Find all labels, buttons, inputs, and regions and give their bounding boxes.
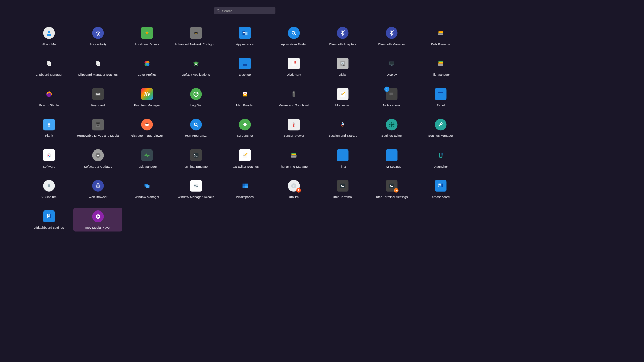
mpv-icon [91, 209, 105, 223]
app-notifications[interactable]: !Notifications [367, 85, 416, 109]
app-software-and-updates[interactable]: Software & Updates [73, 147, 122, 170]
app-clipboard-manager[interactable]: Clipboard Manager [24, 55, 73, 78]
app-display[interactable]: Display [367, 55, 416, 78]
firefox-icon [42, 87, 56, 101]
app-vscodium[interactable]: VSCodium [24, 177, 73, 201]
svg-point-72 [244, 123, 246, 126]
app-ristretto-image-viewer[interactable]: Ristretto Image Viewer [122, 116, 171, 140]
app-text-editor-settings[interactable]: Text Editor Settings [220, 147, 269, 170]
app-sensor-viewer[interactable]: Sensor Viewer [269, 116, 318, 140]
sensor-icon [287, 118, 301, 131]
app-software[interactable]: Software [24, 147, 73, 170]
app-accessibility[interactable]: Accessibility [73, 24, 122, 48]
svg-rect-57 [99, 94, 100, 95]
panel-icon [434, 87, 447, 101]
app-about-me[interactable]: About Me [24, 24, 73, 48]
app-color-profiles[interactable]: Color Profiles [122, 55, 171, 78]
app-bluetooth-adapters[interactable]: Bluetooth Adapters [318, 24, 367, 48]
app-file-manager[interactable]: File Manager [416, 55, 465, 78]
app-run-program[interactable]: Run Program... [171, 116, 220, 140]
svg-rect-21 [48, 64, 51, 64]
app-label: Notifications [383, 104, 400, 107]
app-kvantum-manager[interactable]: KvKvantum Manager [122, 85, 171, 109]
app-xfce-terminal[interactable]: Xfce Terminal [318, 177, 367, 201]
svg-rect-106 [243, 184, 245, 186]
blue-square-icon [385, 148, 398, 162]
search-bar-wrap [0, 7, 490, 14]
svg-rect-125 [47, 214, 48, 216]
updates-icon [91, 148, 105, 162]
app-firefox-stable[interactable]: Firefox Stable [24, 85, 73, 109]
app-dictionary[interactable]: Dictionary [269, 55, 318, 78]
app-label: Accessibility [89, 42, 107, 46]
app-mouse-and-touchpad[interactable]: Mouse and Touchpad [269, 85, 318, 109]
app-window-manager[interactable]: Window Manager [122, 177, 171, 201]
app-mail-reader[interactable]: @Mail Reader [220, 85, 269, 109]
app-xfce-terminal-settings[interactable]: Xfce Terminal Settings [367, 177, 416, 201]
svg-rect-120 [438, 184, 440, 185]
svg-point-0 [48, 31, 50, 33]
app-xfdashboard[interactable]: Xfdashboard [416, 177, 465, 201]
svg-rect-94 [291, 155, 297, 156]
app-launcher: About MeAccessibilityAdditional DriversA… [0, 0, 490, 275]
app-removable-drives-and-media[interactable]: Removable Drives and Media [73, 116, 122, 140]
app-label: Xfburn [289, 195, 299, 199]
app-session-and-startup[interactable]: Session and Startup [318, 116, 367, 140]
app-keyboard[interactable]: Keyboard [73, 85, 122, 109]
app-screenshot[interactable]: Screenshot [220, 116, 269, 140]
app-task-manager[interactable]: Task Manager [122, 147, 171, 170]
app-label: Bulk Rename [431, 42, 450, 46]
search-box[interactable] [214, 7, 275, 14]
app-bulk-rename[interactable]: Bulk Rename [416, 24, 465, 48]
notifications-icon: ! [385, 87, 398, 101]
app-xfburn[interactable]: Xfburn [269, 177, 318, 201]
wrench-green-icon [434, 118, 447, 131]
app-thunar-file-manager[interactable]: Thunar File Manager [269, 147, 318, 170]
accessibility-icon [91, 26, 105, 40]
app-desktop[interactable]: Desktop [220, 55, 269, 78]
app-advanced-network-configuration[interactable]: Advanced Network Configur... [171, 24, 220, 48]
app-log-out[interactable]: Log Out [171, 85, 220, 109]
app-label: Removable Drives and Media [77, 134, 119, 138]
svg-rect-68 [96, 125, 100, 127]
app-label: Dictionary [287, 73, 301, 76]
removable-icon [91, 118, 105, 131]
svg-rect-8 [243, 32, 245, 33]
app-mousepad[interactable]: Mousepad [318, 85, 367, 109]
app-label: Thunar File Manager [279, 165, 309, 168]
app-settings-manager[interactable]: Settings Manager [416, 116, 465, 140]
clipboard-two-icon [42, 57, 56, 70]
search-icon [217, 9, 220, 13]
app-tint2[interactable]: Tint2 [318, 147, 367, 170]
svg-rect-20 [48, 63, 51, 63]
app-label: Text Editor Settings [231, 165, 259, 168]
app-disks[interactable]: Disks [318, 55, 367, 78]
app-plank[interactable]: Plank [24, 116, 73, 140]
app-additional-drivers[interactable]: Additional Drivers [122, 24, 171, 48]
search-input[interactable] [222, 9, 273, 12]
app-web-browser[interactable]: Web Browser [73, 177, 122, 201]
app-workspaces[interactable]: Workspaces [220, 177, 269, 201]
app-tint2-settings[interactable]: Tint2 Settings [367, 147, 416, 170]
app-application-finder[interactable]: Application Finder [269, 24, 318, 48]
web-icon [91, 179, 105, 193]
app-settings-editor[interactable]: Settings Editor [367, 116, 416, 140]
app-ulauncher[interactable]: Ulauncher [416, 147, 465, 170]
svg-rect-122 [438, 186, 439, 187]
svg-rect-42 [390, 62, 394, 64]
app-window-manager-tweaks[interactable]: Window Manager Tweaks [171, 177, 220, 201]
app-label: Display [386, 73, 397, 76]
svg-rect-117 [396, 191, 396, 192]
app-bluetooth-manager[interactable]: Bluetooth Manager [367, 24, 416, 48]
app-panel[interactable]: Panel [416, 85, 465, 109]
color-blobs-icon [140, 57, 154, 70]
app-label: Web Browser [89, 195, 108, 199]
app-clipboard-manager-settings[interactable]: Clipboard Manager Settings [73, 55, 122, 78]
app-xfdashboard-settings[interactable]: Xfdashboard settings [24, 208, 73, 231]
app-appearance[interactable]: Appearance [220, 24, 269, 48]
app-label: Screenshot [237, 134, 253, 138]
app-label: Settings Manager [428, 134, 453, 138]
app-default-applications[interactable]: ADefault Applications [171, 55, 220, 78]
app-mpv-media-player[interactable]: mpv Media Player [73, 208, 122, 231]
app-terminal-emulator[interactable]: Terminal Emulator [171, 147, 220, 170]
